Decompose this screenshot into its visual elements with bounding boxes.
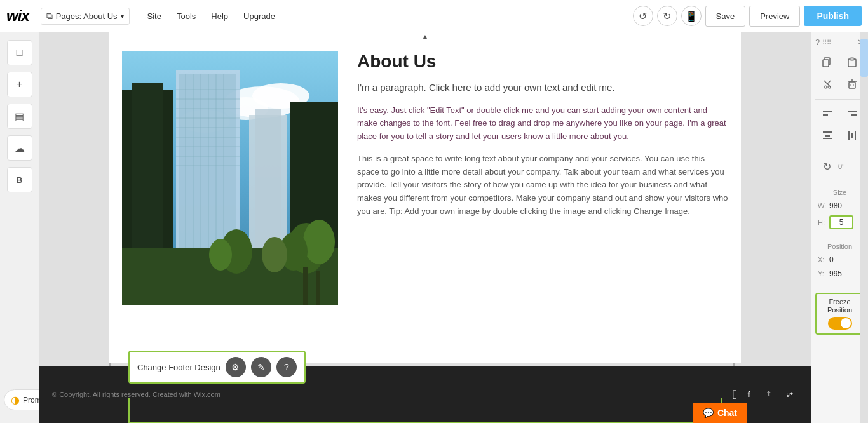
svg-point-29 bbox=[303, 220, 335, 264]
chat-label: Chat bbox=[717, 408, 737, 418]
wix-logo: wix bbox=[6, 7, 29, 25]
sidebar-icon-blog[interactable]: B bbox=[7, 167, 32, 192]
facebook-icon[interactable]:  bbox=[733, 387, 737, 402]
pages-icon: ⧉ bbox=[46, 11, 53, 22]
footer-edit-button[interactable]: ✎ bbox=[251, 357, 271, 377]
panel-grid-icon: ⠿⠿ bbox=[822, 39, 857, 46]
left-sidebar: □ + ▤ ☁ B ◑ Promote bbox=[0, 32, 39, 423]
footer-help-button[interactable]: ? bbox=[276, 357, 297, 377]
scrollbar-thumb[interactable] bbox=[860, 39, 868, 77]
twitter-icon[interactable]: 𝕥 bbox=[765, 387, 778, 400]
topbar-right: ↺ ↻ 📱 Save Preview Publish bbox=[633, 6, 862, 27]
change-footer-label: Change Footer Design bbox=[137, 363, 220, 372]
footer-design-popup: Change Footer Design ⚙ ✎ ? bbox=[128, 351, 306, 384]
svg-rect-35 bbox=[316, 271, 320, 306]
freeze-toggle[interactable] bbox=[828, 317, 852, 330]
footer-gear-button[interactable]: ⚙ bbox=[226, 357, 246, 377]
panel-align-row1 bbox=[815, 105, 864, 123]
align-center-h-button[interactable] bbox=[818, 126, 836, 144]
footer-copyright: © Copyright. All rights reserved. Create… bbox=[52, 391, 733, 398]
freeze-position-box: FreezePosition bbox=[815, 293, 864, 335]
x-label: X: bbox=[818, 256, 827, 264]
svg-rect-60 bbox=[825, 135, 830, 137]
nav-tools[interactable]: Tools bbox=[170, 8, 202, 25]
pages-label: Pages: About Us bbox=[56, 11, 118, 21]
rotate-value: 0° bbox=[838, 163, 845, 170]
svg-rect-34 bbox=[303, 267, 308, 306]
panel-divider-5 bbox=[815, 285, 864, 285]
rotate-icon[interactable]: ↻ bbox=[818, 158, 836, 175]
width-label: W: bbox=[818, 202, 827, 210]
about-image[interactable] bbox=[122, 51, 338, 306]
main-layout: □ + ▤ ☁ B ◑ Promote bbox=[0, 32, 868, 423]
svg-rect-62 bbox=[848, 131, 850, 140]
delete-button[interactable] bbox=[843, 75, 861, 93]
width-field: W: 980 bbox=[818, 201, 862, 210]
freeze-label: FreezePosition bbox=[820, 298, 859, 314]
panel-divider-3 bbox=[815, 182, 864, 182]
height-field: H: bbox=[818, 215, 862, 229]
redo-button[interactable]: ↻ bbox=[657, 6, 677, 26]
svg-rect-57 bbox=[848, 111, 857, 112]
height-input[interactable] bbox=[829, 215, 853, 229]
pages-button[interactable]: ⧉ Pages: About Us ▾ bbox=[41, 8, 130, 25]
x-value: 0 bbox=[829, 255, 862, 264]
svg-rect-64 bbox=[855, 131, 856, 140]
copy-button[interactable] bbox=[818, 53, 836, 71]
svg-rect-36 bbox=[745, 387, 757, 400]
panel-divider-1 bbox=[815, 99, 864, 100]
y-field: Y: 995 bbox=[818, 269, 862, 278]
nav-upgrade[interactable]: Upgrade bbox=[237, 8, 281, 25]
sidebar-icon-upload[interactable]: ☁ bbox=[7, 135, 32, 161]
panel-question-icon[interactable]: ? bbox=[815, 37, 820, 47]
y-value: 995 bbox=[829, 269, 862, 278]
svg-rect-50 bbox=[849, 82, 855, 88]
align-left-button[interactable] bbox=[818, 105, 836, 123]
svg-text:g+: g+ bbox=[787, 391, 793, 397]
undo-button[interactable]: ↺ bbox=[633, 6, 653, 26]
svg-rect-55 bbox=[823, 111, 832, 112]
chat-button[interactable]: 💬 Chat bbox=[693, 403, 747, 423]
canvas-top-arrow[interactable]: ▲ bbox=[421, 32, 429, 41]
svg-rect-63 bbox=[851, 133, 853, 138]
about-image-container bbox=[122, 51, 338, 344]
page-canvas: About Us I'm a paragraph. Click here to … bbox=[109, 32, 741, 363]
sidebar-icon-apps[interactable]: ▤ bbox=[7, 104, 32, 129]
about-para2[interactable]: This is a great space to write long text… bbox=[357, 152, 728, 218]
right-scrollbar[interactable] bbox=[860, 32, 868, 423]
publish-button[interactable]: Publish bbox=[804, 6, 862, 26]
facebook-icon[interactable]: f bbox=[745, 387, 757, 400]
svg-rect-61 bbox=[823, 138, 832, 139]
svg-point-33 bbox=[209, 239, 232, 271]
about-title: About Us bbox=[357, 51, 728, 72]
panel-align-row2 bbox=[815, 126, 864, 144]
gplus-icon[interactable]: g+ bbox=[785, 387, 798, 400]
nav-help[interactable]: Help bbox=[205, 8, 234, 25]
right-panel: ? ⠿⠿ ✕ bbox=[811, 32, 868, 423]
sidebar-icon-square[interactable]: □ bbox=[7, 40, 32, 65]
footer-social:  f 𝕥 g+ bbox=[733, 387, 798, 402]
about-subtitle[interactable]: I'm a paragraph. Click here to add your … bbox=[357, 81, 728, 95]
about-text: About Us I'm a paragraph. Click here to … bbox=[357, 51, 728, 344]
y-label: Y: bbox=[818, 270, 827, 278]
nav-links: Site Tools Help Upgrade bbox=[141, 8, 281, 25]
mobile-view-button[interactable]: 📱 bbox=[681, 6, 702, 26]
svg-point-31 bbox=[262, 237, 287, 272]
preview-button[interactable]: Preview bbox=[749, 6, 800, 27]
x-field: X: 0 bbox=[818, 255, 862, 264]
svg-rect-59 bbox=[823, 131, 832, 133]
align-right-button[interactable] bbox=[843, 105, 861, 123]
align-center-v-button[interactable] bbox=[843, 126, 861, 144]
nav-site[interactable]: Site bbox=[141, 8, 168, 25]
save-button[interactable]: Save bbox=[705, 6, 746, 27]
svg-point-48 bbox=[824, 86, 827, 88]
svg-text:𝕥: 𝕥 bbox=[767, 389, 771, 398]
chat-icon: 💬 bbox=[703, 408, 714, 418]
panel-actions-row bbox=[815, 53, 864, 71]
cut-button[interactable] bbox=[818, 75, 836, 93]
topbar: wix ⧉ Pages: About Us ▾ Site Tools Help … bbox=[0, 0, 868, 32]
paste-button[interactable] bbox=[843, 53, 861, 71]
svg-line-47 bbox=[827, 81, 831, 84]
sidebar-icon-add[interactable]: + bbox=[7, 72, 32, 97]
about-para1[interactable]: It's easy. Just click "Edit Text" or dou… bbox=[357, 104, 728, 144]
